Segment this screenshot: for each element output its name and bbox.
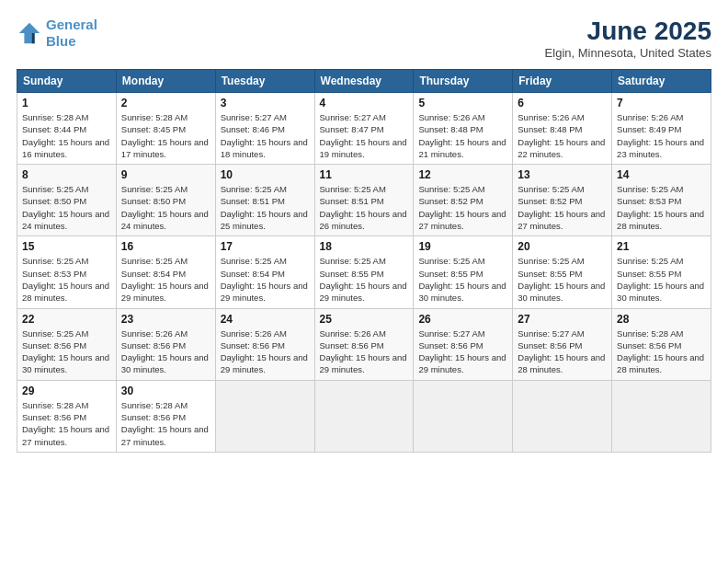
table-row: 27 Sunrise: 5:27 AM Sunset: 8:56 PM Dayl… — [513, 308, 612, 380]
calendar-header: Sunday Monday Tuesday Wednesday Thursday… — [17, 70, 711, 93]
day-info: Sunrise: 5:26 AM Sunset: 8:48 PM Dayligh… — [518, 111, 607, 160]
month-title: June 2025 — [545, 17, 711, 46]
title-block: June 2025 Elgin, Minnesota, United State… — [545, 17, 711, 60]
calendar-row: 15 Sunrise: 5:25 AM Sunset: 8:53 PM Dayl… — [17, 236, 711, 308]
table-row: 16 Sunrise: 5:25 AM Sunset: 8:54 PM Dayl… — [116, 236, 215, 308]
day-info: Sunrise: 5:25 AM Sunset: 8:56 PM Dayligh… — [22, 327, 111, 376]
day-info: Sunrise: 5:27 AM Sunset: 8:56 PM Dayligh… — [518, 327, 607, 376]
day-info: Sunrise: 5:25 AM Sunset: 8:54 PM Dayligh… — [121, 255, 210, 304]
day-number: 19 — [418, 240, 507, 253]
day-info: Sunrise: 5:25 AM Sunset: 8:51 PM Dayligh… — [221, 183, 310, 232]
day-number: 21 — [617, 240, 706, 253]
logo-line1: General — [46, 17, 97, 32]
day-info: Sunrise: 5:25 AM Sunset: 8:55 PM Dayligh… — [418, 255, 507, 304]
calendar-row: 8 Sunrise: 5:25 AM Sunset: 8:50 PM Dayli… — [17, 165, 711, 236]
day-info: Sunrise: 5:25 AM Sunset: 8:51 PM Dayligh… — [320, 183, 409, 232]
day-number: 6 — [518, 97, 607, 109]
table-row: 11 Sunrise: 5:25 AM Sunset: 8:51 PM Dayl… — [314, 165, 414, 236]
table-row: 6 Sunrise: 5:26 AM Sunset: 8:48 PM Dayli… — [513, 93, 612, 165]
day-number: 14 — [617, 168, 706, 181]
table-row: 7 Sunrise: 5:26 AM Sunset: 8:49 PM Dayli… — [612, 93, 711, 165]
day-info: Sunrise: 5:26 AM Sunset: 8:48 PM Dayligh… — [418, 111, 507, 160]
table-row: 26 Sunrise: 5:27 AM Sunset: 8:56 PM Dayl… — [414, 308, 513, 380]
day-number: 30 — [121, 385, 210, 397]
table-row: 9 Sunrise: 5:25 AM Sunset: 8:50 PM Dayli… — [116, 165, 215, 236]
day-number: 18 — [320, 240, 409, 253]
table-row: 19 Sunrise: 5:25 AM Sunset: 8:55 PM Dayl… — [414, 236, 513, 308]
day-info: Sunrise: 5:28 AM Sunset: 8:56 PM Dayligh… — [617, 327, 706, 376]
day-info: Sunrise: 5:25 AM Sunset: 8:55 PM Dayligh… — [617, 255, 706, 304]
day-info: Sunrise: 5:27 AM Sunset: 8:56 PM Dayligh… — [418, 327, 507, 376]
location: Elgin, Minnesota, United States — [545, 46, 711, 60]
table-row: 28 Sunrise: 5:28 AM Sunset: 8:56 PM Dayl… — [612, 308, 711, 380]
day-number: 10 — [221, 168, 310, 181]
table-row: 29 Sunrise: 5:28 AM Sunset: 8:56 PM Dayl… — [17, 380, 117, 452]
table-row: 4 Sunrise: 5:27 AM Sunset: 8:47 PM Dayli… — [314, 93, 414, 165]
day-number: 24 — [221, 313, 310, 326]
day-info: Sunrise: 5:25 AM Sunset: 8:54 PM Dayligh… — [221, 255, 310, 304]
day-info: Sunrise: 5:28 AM Sunset: 8:44 PM Dayligh… — [22, 111, 111, 160]
day-number: 20 — [518, 240, 607, 253]
calendar: Sunday Monday Tuesday Wednesday Thursday… — [17, 69, 711, 453]
day-number: 29 — [22, 385, 111, 397]
day-info: Sunrise: 5:25 AM Sunset: 8:50 PM Dayligh… — [22, 183, 111, 232]
table-row — [513, 380, 612, 452]
logo-icon — [17, 20, 42, 46]
svg-marker-0 — [19, 23, 40, 43]
day-number: 26 — [418, 313, 507, 326]
table-row: 23 Sunrise: 5:26 AM Sunset: 8:56 PM Dayl… — [116, 308, 215, 380]
day-info: Sunrise: 5:27 AM Sunset: 8:47 PM Dayligh… — [320, 111, 409, 160]
table-row: 22 Sunrise: 5:25 AM Sunset: 8:56 PM Dayl… — [17, 308, 117, 380]
day-info: Sunrise: 5:26 AM Sunset: 8:56 PM Dayligh… — [121, 327, 210, 376]
day-info: Sunrise: 5:25 AM Sunset: 8:55 PM Dayligh… — [320, 255, 409, 304]
table-row: 5 Sunrise: 5:26 AM Sunset: 8:48 PM Dayli… — [414, 93, 513, 165]
calendar-row: 1 Sunrise: 5:28 AM Sunset: 8:44 PM Dayli… — [17, 93, 711, 165]
table-row: 10 Sunrise: 5:25 AM Sunset: 8:51 PM Dayl… — [215, 165, 314, 236]
table-row — [612, 380, 711, 452]
day-number: 2 — [121, 97, 210, 109]
logo: General Blue — [17, 17, 97, 50]
day-info: Sunrise: 5:25 AM Sunset: 8:50 PM Dayligh… — [121, 183, 210, 232]
col-wednesday: Wednesday — [314, 70, 414, 93]
logo-line2: Blue — [46, 33, 76, 49]
table-row: 12 Sunrise: 5:25 AM Sunset: 8:52 PM Dayl… — [414, 165, 513, 236]
col-friday: Friday — [513, 70, 612, 93]
table-row: 25 Sunrise: 5:26 AM Sunset: 8:56 PM Dayl… — [314, 308, 414, 380]
table-row: 3 Sunrise: 5:27 AM Sunset: 8:46 PM Dayli… — [215, 93, 314, 165]
table-row: 17 Sunrise: 5:25 AM Sunset: 8:54 PM Dayl… — [215, 236, 314, 308]
day-info: Sunrise: 5:25 AM Sunset: 8:52 PM Dayligh… — [418, 183, 507, 232]
day-number: 9 — [121, 168, 210, 181]
calendar-row: 29 Sunrise: 5:28 AM Sunset: 8:56 PM Dayl… — [17, 380, 711, 452]
header: General Blue June 2025 Elgin, Minnesota,… — [17, 17, 711, 60]
day-info: Sunrise: 5:28 AM Sunset: 8:45 PM Dayligh… — [121, 111, 210, 160]
table-row: 21 Sunrise: 5:25 AM Sunset: 8:55 PM Dayl… — [612, 236, 711, 308]
table-row: 20 Sunrise: 5:25 AM Sunset: 8:55 PM Dayl… — [513, 236, 612, 308]
table-row: 18 Sunrise: 5:25 AM Sunset: 8:55 PM Dayl… — [314, 236, 414, 308]
day-info: Sunrise: 5:25 AM Sunset: 8:53 PM Dayligh… — [22, 255, 111, 304]
table-row: 8 Sunrise: 5:25 AM Sunset: 8:50 PM Dayli… — [17, 165, 117, 236]
header-row: Sunday Monday Tuesday Wednesday Thursday… — [17, 70, 711, 93]
table-row: 2 Sunrise: 5:28 AM Sunset: 8:45 PM Dayli… — [116, 93, 215, 165]
table-row — [215, 380, 314, 452]
day-number: 28 — [617, 313, 706, 326]
day-number: 16 — [121, 240, 210, 253]
calendar-body: 1 Sunrise: 5:28 AM Sunset: 8:44 PM Dayli… — [17, 93, 711, 453]
day-number: 23 — [121, 313, 210, 326]
page: General Blue June 2025 Elgin, Minnesota,… — [0, 0, 728, 563]
day-number: 5 — [418, 97, 507, 109]
table-row — [414, 380, 513, 452]
day-info: Sunrise: 5:28 AM Sunset: 8:56 PM Dayligh… — [22, 399, 111, 448]
day-number: 17 — [221, 240, 310, 253]
day-number: 27 — [518, 313, 607, 326]
table-row: 13 Sunrise: 5:25 AM Sunset: 8:52 PM Dayl… — [513, 165, 612, 236]
table-row: 24 Sunrise: 5:26 AM Sunset: 8:56 PM Dayl… — [215, 308, 314, 380]
day-number: 1 — [22, 97, 111, 109]
table-row: 15 Sunrise: 5:25 AM Sunset: 8:53 PM Dayl… — [17, 236, 117, 308]
day-info: Sunrise: 5:27 AM Sunset: 8:46 PM Dayligh… — [221, 111, 310, 160]
table-row: 1 Sunrise: 5:28 AM Sunset: 8:44 PM Dayli… — [17, 93, 117, 165]
col-monday: Monday — [116, 70, 215, 93]
day-info: Sunrise: 5:25 AM Sunset: 8:52 PM Dayligh… — [518, 183, 607, 232]
day-number: 4 — [320, 97, 409, 109]
day-info: Sunrise: 5:25 AM Sunset: 8:53 PM Dayligh… — [617, 183, 706, 232]
calendar-row: 22 Sunrise: 5:25 AM Sunset: 8:56 PM Dayl… — [17, 308, 711, 380]
